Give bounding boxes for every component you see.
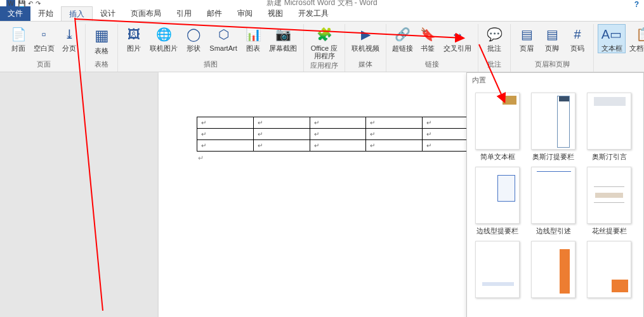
gallery-item-border-quote[interactable]: 边线型引述 [525,164,581,238]
online-picture-button[interactable]: 🌐联机图片 [147,24,180,52]
group-label-comment: 批注 [487,58,501,72]
tab-layout[interactable]: 页面布局 [123,6,169,21]
gallery-item-austin-sidebar[interactable]: 奥斯汀提要栏 [525,90,581,164]
group-label-links: 链接 [425,58,439,72]
table-row[interactable]: ↵↵↵↵↵ [197,140,479,152]
group-table: ▦表格 表格 [86,24,118,72]
gallery-item-border-sidebar[interactable]: 边线型提要栏 [470,164,525,238]
quick-parts-button[interactable]: 📋文档部件 [627,24,644,52]
gallery-header: 内置 [467,73,643,87]
group-label-apps: 应用程序 [310,60,338,73]
tab-references[interactable]: 引用 [169,6,199,21]
table-cell[interactable]: ↵ [197,117,254,129]
group-label-headerfooter: 页眉和页脚 [535,58,570,72]
shapes-button[interactable]: ◯形状 [181,24,206,52]
group-headerfooter: ▤页眉 ▤页脚 #页码 页眉和页脚 [511,24,594,72]
group-links: 🔗超链接 🔖书签 ↔交叉引用 链接 [386,24,478,72]
table-row[interactable]: ↵↵↵↵↵ [197,129,479,140]
document-area[interactable]: ↵↵↵↵↵ ↵↵↵↵↵ ↵↵↵↵↵ ↵ 内置 简单文本框 奥斯汀提要栏 奥斯汀引… [0,72,644,317]
office-apps-button[interactable]: 🧩Office 应用程序 [308,24,341,60]
group-illustrations: 🖼图片 🌐联机图片 ◯形状 ⬡SmartArt 📊图表 📷屏幕截图 插图 [118,24,304,72]
tab-home[interactable]: 开始 [30,6,61,21]
header-button[interactable]: ▤页眉 [515,24,539,52]
ribbon: 📄封面 ▫空白页 ⤓分页 页面 ▦表格 表格 🖼图片 🌐联机图片 ◯形状 ⬡Sm… [0,22,644,72]
cover-page-button[interactable]: 📄封面 [6,24,30,52]
tab-file[interactable]: 文件 [0,6,30,21]
tab-design[interactable]: 设计 [93,6,123,21]
help-icon[interactable]: ? [634,0,639,9]
textbox-gallery[interactable]: 内置 简单文本框 奥斯汀提要栏 奥斯汀引言 边线型提要栏 边线型引述 花丝提要栏 [466,72,644,317]
group-text: A▭文本框 📋文档部件 A艺术字 A≣首字下沉 ✎签名行 ▾ 📅日期和时间 ▭对… [594,24,644,72]
textbox-button[interactable]: A▭文本框 [598,24,626,53]
chart-button[interactable]: 📊图表 [241,24,265,52]
group-label-illustrations: 插图 [204,58,218,72]
table-button[interactable]: ▦表格 [89,24,114,55]
table-row[interactable]: ↵↵↵↵↵ [197,117,479,129]
hyperlink-button[interactable]: 🔗超链接 [390,24,414,52]
picture-button[interactable]: 🖼图片 [122,24,146,52]
gallery-item-austin-quote[interactable]: 奥斯汀引言 [581,90,637,164]
group-apps: 🧩Office 应用程序 应用程序 [304,24,345,72]
smartart-button[interactable]: ⬡SmartArt [207,24,240,52]
group-pages: 📄封面 ▫空白页 ⤓分页 页面 [3,24,86,72]
footer-button[interactable]: ▤页脚 [540,24,564,52]
group-media: ▶联机视频 媒体 [345,24,386,72]
quick-access-toolbar: W 💾 ↶ ↷ [0,0,41,6]
save-icon[interactable]: 💾 [18,0,25,7]
online-video-button[interactable]: ▶联机视频 [349,24,382,52]
tab-review[interactable]: 审阅 [230,6,260,21]
gallery-item-8[interactable] [525,238,581,303]
bookmark-button[interactable]: 🔖书签 [416,24,440,52]
screenshot-button[interactable]: 📷屏幕截图 [266,24,299,52]
gallery-item-9[interactable] [581,238,637,303]
undo-icon[interactable]: ↶ [28,0,33,7]
page[interactable]: ↵↵↵↵↵ ↵↵↵↵↵ ↵↵↵↵↵ ↵ [159,72,498,317]
gallery-item-filigree-sidebar[interactable]: 花丝提要栏 [581,164,637,238]
tab-dev[interactable]: 开发工具 [291,6,336,21]
comment-button[interactable]: 💬批注 [482,24,506,52]
paragraph-mark: ↵ [198,154,479,162]
page-number-button[interactable]: #页码 [565,24,589,52]
gallery-item-simple-textbox[interactable]: 简单文本框 [470,90,525,164]
app-icon: W [6,0,15,8]
group-label-table: 表格 [95,58,108,72]
group-label-media: 媒体 [358,58,372,72]
ribbon-tabs: 文件 开始 插入 设计 页面布局 引用 邮件 审阅 视图 开发工具 [0,6,644,22]
document-table[interactable]: ↵↵↵↵↵ ↵↵↵↵↵ ↵↵↵↵↵ [197,117,479,152]
window-title: 新建 Microsoft Word 文档 - Word [266,0,377,8]
blank-page-button[interactable]: ▫空白页 [32,24,56,52]
title-bar: W 💾 ↶ ↷ 新建 Microsoft Word 文档 - Word ? [0,0,644,6]
group-comment: 💬批注 批注 [478,24,511,72]
tab-view[interactable]: 视图 [260,6,291,21]
page-break-button[interactable]: ⤓分页 [57,24,81,52]
tab-mail[interactable]: 邮件 [199,6,230,21]
redo-icon[interactable]: ↷ [36,0,41,7]
tab-insert[interactable]: 插入 [61,6,93,21]
cross-reference-button[interactable]: ↔交叉引用 [441,24,474,52]
gallery-item-7[interactable] [470,238,525,303]
group-label-pages: 页面 [37,58,51,72]
